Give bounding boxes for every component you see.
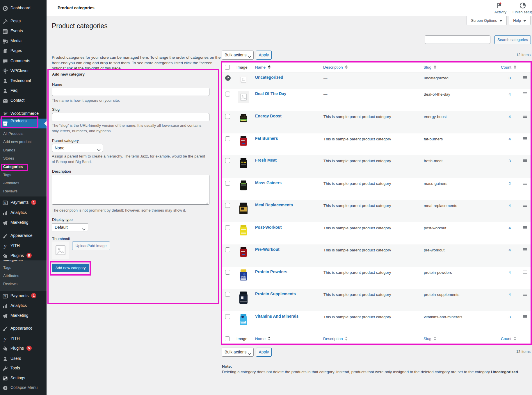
svg-text:BCAA: BCAA [241, 161, 246, 163]
svg-text:WHEY: WHEY [241, 276, 246, 278]
svg-text:$: $ [4, 294, 6, 298]
svg-text:W: W [3, 112, 8, 116]
svg-text:y: y [3, 243, 6, 249]
svg-text:WPC: WPC [4, 70, 7, 72]
svg-text:$: $ [4, 201, 6, 205]
svg-text:y: y [3, 336, 6, 342]
